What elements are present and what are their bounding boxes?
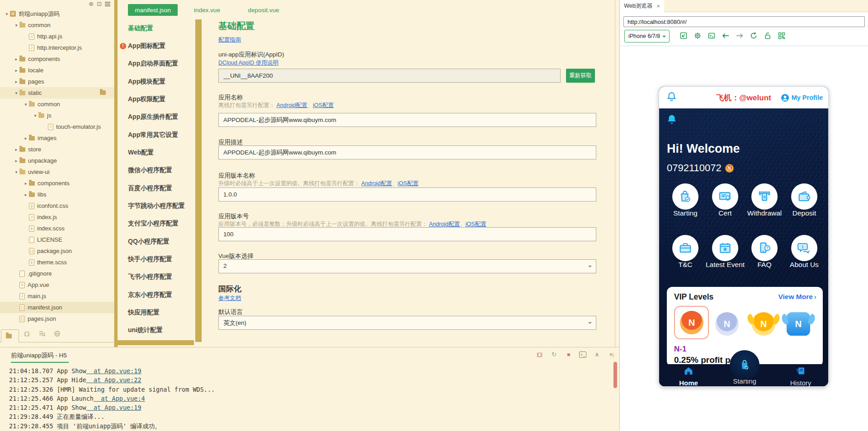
tree-item-manifest-json[interactable]: [ ]manifest.json [0, 302, 114, 313]
feature-about-us[interactable]: i [791, 235, 817, 261]
tree-item-components[interactable]: ▸components [0, 178, 114, 189]
locate-icon[interactable]: ⊕ [89, 0, 94, 7]
qr-code-icon[interactable] [777, 31, 786, 40]
tree-item-pages[interactable]: ▸pages [0, 76, 114, 87]
appid-input[interactable] [218, 69, 561, 83]
tree-item-index-js[interactable]: Jindex.js [0, 211, 114, 223]
menu-vertical-scrollbar[interactable] [195, 19, 202, 342]
vip-badge-silver[interactable]: N [715, 312, 739, 336]
tree-item-uview-ui[interactable]: ▾uview-ui [0, 166, 114, 178]
vip-badge-blue[interactable]: N [787, 312, 810, 336]
config-menu-uni统计配置[interactable]: uni统计配置 [128, 322, 163, 339]
log-source-link[interactable]: at App.vue:19 [86, 404, 142, 411]
chevron-down-icon[interactable]: ▾ [4, 12, 10, 16]
search-list-icon[interactable] [38, 330, 46, 337]
ios-config-link[interactable]: iOS配置 [398, 180, 419, 187]
ios-config-link[interactable]: iOS配置 [313, 102, 334, 108]
config-menu-飞书小程序配置[interactable]: 飞书小程序配置 [128, 268, 172, 286]
tree-item-http-api-js[interactable]: Jhttp.api.js [0, 31, 114, 42]
config-menu-快应用配置[interactable]: 快应用配置 [128, 304, 160, 322]
new-terminal-icon[interactable]: >_ [579, 351, 586, 358]
tree-item-前端uniapp源码[interactable]: ▾U前端uniapp源码 [0, 8, 114, 19]
chevron-down-icon[interactable]: ▾ [23, 102, 29, 107]
tree-item-index-scss[interactable]: §index.scss [0, 223, 114, 234]
feature-withdrawal[interactable]: $ [751, 183, 778, 210]
tree-item-pages-json[interactable]: [ ]pages.json [0, 313, 114, 324]
feature-starting[interactable] [672, 183, 698, 210]
browser-tab[interactable]: Web浏览器 × [620, 0, 664, 12]
config-menu-app模块配置[interactable]: App模块配置 [128, 73, 165, 90]
config-menu-web配置[interactable]: Web配置 [128, 144, 154, 161]
feature-cert[interactable] [712, 183, 738, 210]
config-menu-字节跳动小程序配置[interactable]: 字节跳动小程序配置 [128, 197, 185, 215]
log-source-link[interactable]: at App.vue:19 [86, 367, 142, 375]
tab-manifest-json[interactable]: manifest.json [128, 4, 178, 16]
close-icon[interactable]: × [656, 3, 660, 9]
ios-config-link[interactable]: iOS配置 [466, 221, 486, 227]
chevron-right-icon[interactable]: ▸ [23, 136, 29, 141]
tree-item-app-vue[interactable]: VApp.vue [0, 279, 114, 290]
tree-item-iconfont-css[interactable]: {}iconfont.css [0, 200, 114, 211]
tree-item-unpackage[interactable]: ▸unpackage [0, 155, 114, 166]
version-name-input[interactable] [218, 187, 596, 201]
config-menu-快手小程序配置[interactable]: 快手小程序配置 [128, 251, 172, 268]
menu-icon[interactable] [105, 2, 110, 3]
tree-item-common[interactable]: ▾common [0, 19, 114, 31]
vue-version-select[interactable]: 2 [218, 259, 596, 273]
files-tab[interactable] [1, 329, 19, 342]
settings-icon[interactable] [693, 31, 702, 40]
android-config-link[interactable]: Android配置 [361, 180, 392, 187]
chevron-right-icon[interactable]: ▸ [13, 57, 19, 61]
console-icon[interactable] [707, 31, 716, 40]
tree-item-package-json[interactable]: [ ]package.json [0, 245, 114, 257]
tree-item-components[interactable]: ▸components [0, 53, 114, 65]
config-menu-app原生插件配置[interactable]: App原生插件配置 [128, 108, 178, 126]
android-config-link[interactable]: Android配置 [429, 221, 460, 227]
tree-item-main-js[interactable]: Jmain.js [0, 290, 114, 302]
vip-badge-orange[interactable]: N [680, 311, 703, 334]
collapse-up-icon[interactable]: ∧ [593, 351, 601, 358]
collapse-all-icon[interactable]: ⊡ [97, 0, 102, 7]
console-scrollbar[interactable] [613, 362, 617, 388]
config-menu-微信小程序配置[interactable]: 微信小程序配置 [128, 162, 172, 179]
feature-faq[interactable]: ? [751, 235, 778, 261]
view-more-link[interactable]: View More› [778, 293, 816, 301]
back-icon[interactable] [721, 31, 730, 40]
config-guide-link[interactable]: 配置指南 [218, 36, 241, 44]
config-menu-app权限配置[interactable]: App权限配置 [128, 90, 165, 108]
tree-item-store[interactable]: ▸store [0, 144, 114, 155]
app-name-input[interactable] [218, 113, 596, 127]
device-select[interactable]: iPhone 6/7/8 [624, 30, 670, 42]
menu-horizontal-scrollbar[interactable] [117, 340, 194, 345]
notification-bell-icon[interactable] [665, 113, 679, 127]
appid-doc-link[interactable]: DCloud AppID 使用说明 [218, 59, 278, 67]
forward-icon[interactable] [735, 31, 744, 40]
tree-item-js[interactable]: ▾js [0, 110, 114, 121]
lock-icon[interactable] [763, 31, 772, 40]
tree-item-locale[interactable]: ▸locale [0, 65, 114, 76]
feature-latest-event[interactable] [712, 235, 738, 261]
tree-item-images[interactable]: ▸images [0, 132, 114, 144]
nav-home[interactable]: Home [664, 365, 713, 387]
i18n-doc-link[interactable]: 参考文档 [218, 295, 241, 302]
chevron-right-icon[interactable]: ▸ [23, 181, 29, 186]
stop-icon[interactable]: ■ [565, 351, 572, 358]
chevron-right-icon[interactable]: ▸ [13, 147, 19, 152]
debug-icon[interactable] [536, 351, 543, 358]
chevron-right-icon[interactable]: ▸ [23, 192, 29, 197]
nav-history[interactable]: History [776, 365, 826, 387]
chevron-down-icon[interactable]: ▾ [13, 91, 19, 95]
feature-deposit[interactable] [791, 183, 817, 210]
config-menu-百度小程序配置[interactable]: 百度小程序配置 [128, 179, 172, 197]
restart-icon[interactable]: ↻ [550, 351, 558, 358]
chevron-right-icon[interactable]: ▸ [13, 68, 19, 73]
config-menu-qq小程序配置[interactable]: QQ小程序配置 [128, 233, 170, 250]
app-desc-input[interactable] [218, 145, 596, 159]
debug-icon[interactable] [24, 330, 30, 337]
url-input[interactable] [623, 16, 865, 27]
refresh-icon[interactable] [749, 31, 758, 40]
open-in-window-icon[interactable] [679, 31, 688, 40]
globe-icon[interactable] [54, 330, 61, 337]
version-code-input[interactable] [218, 227, 596, 241]
tree-item-libs[interactable]: ▸libs [0, 189, 114, 200]
